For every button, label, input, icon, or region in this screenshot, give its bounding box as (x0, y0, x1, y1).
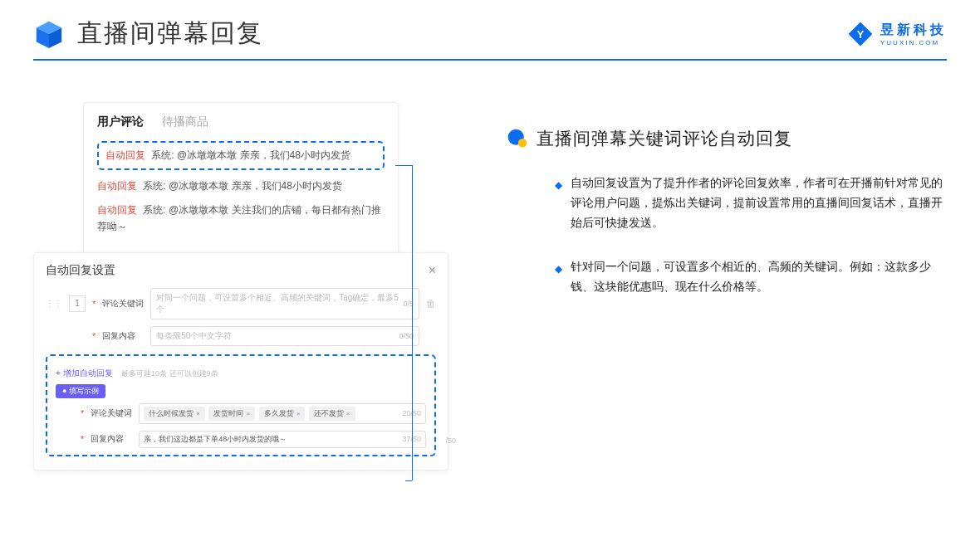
example-content-label: 回复内容 (91, 433, 132, 445)
comment-row: 自动回复 系统: @冰墩墩本墩 关注我们的店铺，每日都有热门推荐呦～ (97, 202, 385, 234)
example-keyword-input[interactable]: 什么时候发货× 发货时间× 多久发货× 还不发货× 20/50 (139, 403, 426, 424)
bullet-item: ◆ 针对同一个问题，可设置多个相近的、高频的关键词。例如：这款多少钱、这块能优惠… (507, 257, 947, 297)
add-auto-reply-link[interactable]: + 增加自动回复 (56, 368, 113, 378)
content-counter: 0/50 (399, 332, 414, 340)
order-number: 1 (69, 295, 86, 312)
logo-subtext: YUUXIN.COM (880, 39, 947, 46)
drag-handle-icon[interactable]: ⋮⋮ (46, 299, 62, 308)
bullet-text: 针对同一个问题，可设置多个相近的、高频的关键词。例如：这款多少钱、这块能优惠吗、… (571, 257, 947, 297)
keyword-label: 评论关键词 (102, 298, 144, 310)
svg-text:Y: Y (857, 27, 865, 40)
tab-user-comments[interactable]: 用户评论 (97, 115, 144, 129)
example-keyword-counter: 20/50 (402, 409, 421, 417)
chat-bubble-icon (507, 128, 528, 149)
content-label: 回复内容 (102, 330, 144, 342)
example-content-counter: 37/50 (402, 435, 421, 443)
auto-reply-settings-panel: 自动回复设置 × ⋮⋮ 1 * 评论关键词 对同一个问题，可设置多个相近、高频的… (33, 252, 448, 471)
example-badge: ● 填写示例 (56, 384, 105, 398)
add-hint: 最多可建10条 还可以创建9条 (121, 369, 218, 378)
close-icon[interactable]: × (429, 263, 436, 278)
keyword-counter: 0/5 (403, 300, 414, 308)
example-keyword-label: 评论关键词 (91, 407, 132, 419)
required-marker: * (81, 408, 84, 418)
logo-icon: Y (847, 21, 874, 47)
example-block: + 增加自动回复 最多可建10条 还可以创建9条 ● 填写示例 * 评论关键词 … (46, 354, 436, 456)
auto-reply-tag: 自动回复 (97, 204, 137, 216)
keyword-tag: 还不发货× (309, 407, 355, 421)
bullet-icon: ◆ (555, 261, 562, 297)
svg-point-6 (518, 139, 527, 147)
comment-text: 系统: @冰墩墩本墩 关注我们的店铺，每日都有热门推荐呦～ (97, 204, 381, 232)
example-content-input[interactable]: 亲，我们这边都是下单48小时内发货的哦～ 37/50 (139, 431, 426, 448)
settings-title: 自动回复设置 (46, 263, 115, 278)
comment-text: 系统: @冰墩墩本墩 亲亲，我们48小时内发货 (151, 149, 350, 161)
tab-pending-products[interactable]: 待播商品 (162, 115, 208, 129)
comment-panel: 用户评论 待播商品 自动回复 系统: @冰墩墩本墩 亲亲，我们48小时内发货 自… (83, 102, 399, 277)
page-title: 直播间弹幕回复 (77, 17, 263, 51)
required-marker: * (92, 299, 96, 309)
brand-logo: Y 昱新科技 YUUXIN.COM (847, 21, 947, 47)
bullet-text: 自动回复设置为了提升作者的评论回复效率，作者可在开播前针对常见的评论用户问题，提… (571, 173, 947, 232)
required-marker: * (81, 434, 84, 444)
logo-text: 昱新科技 (880, 22, 947, 39)
section-title: 直播间弹幕关键词评论自动回复 (537, 127, 792, 150)
content-row: * 回复内容 每条限50个中文字符 0/50 (46, 326, 436, 346)
comment-row: 自动回复 系统: @冰墩墩本墩 亲亲，我们48小时内发货 (97, 178, 385, 194)
content-input[interactable]: 每条限50个中文字符 0/50 (150, 326, 419, 346)
keyword-tag: 什么时候发货× (144, 407, 205, 421)
extra-counter: /50 (445, 436, 456, 445)
required-marker: * (92, 331, 96, 341)
delete-icon[interactable]: 🗑 (426, 298, 436, 310)
bullet-item: ◆ 自动回复设置为了提升作者的评论回复效率，作者可在开播前针对常见的评论用户问题… (507, 173, 947, 232)
keyword-tag: 多久发货× (259, 407, 306, 421)
bullet-icon: ◆ (555, 177, 562, 232)
auto-reply-tag: 自动回复 (105, 149, 145, 161)
keyword-row: ⋮⋮ 1 * 评论关键词 对同一个问题，可设置多个相近、高频的关键词，Tag确定… (46, 288, 436, 319)
cube-icon (33, 18, 65, 50)
highlighted-comment: 自动回复 系统: @冰墩墩本墩 亲亲，我们48小时内发货 (97, 141, 385, 170)
auto-reply-tag: 自动回复 (97, 180, 137, 192)
comment-text: 系统: @冰墩墩本墩 亲亲，我们48小时内发货 (143, 180, 342, 192)
keyword-tag: 发货时间× (208, 407, 255, 421)
keyword-input[interactable]: 对同一个问题，可设置多个相近、高频的关键词，Tag确定，最多5个 0/5 (150, 288, 419, 319)
